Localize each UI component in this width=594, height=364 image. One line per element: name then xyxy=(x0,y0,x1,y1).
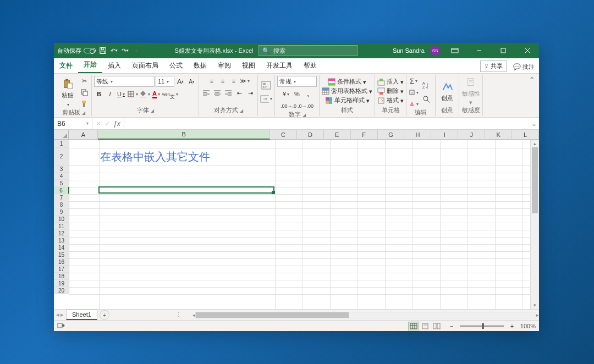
row-header[interactable]: 16 xyxy=(54,258,69,266)
row-header[interactable]: 2 xyxy=(54,148,69,166)
row-header[interactable]: 15 xyxy=(54,251,69,258)
column-header[interactable]: G xyxy=(378,130,405,140)
bold-button[interactable]: B xyxy=(94,89,104,99)
increase-indent-icon[interactable]: ⇥ xyxy=(245,88,255,98)
column-header[interactable]: B xyxy=(98,130,270,140)
grow-font-icon[interactable]: A▴ xyxy=(175,76,185,86)
tab-file[interactable]: 文件 xyxy=(54,58,78,73)
comments-button[interactable]: 💬批注 xyxy=(509,60,539,73)
align-launcher-icon[interactable]: ◢ xyxy=(240,108,243,113)
view-page-layout-icon[interactable] xyxy=(420,322,431,330)
redo-icon[interactable]: ↷▾ xyxy=(121,47,129,54)
shrink-font-icon[interactable]: A▾ xyxy=(186,76,196,86)
paste-button[interactable]: 粘贴 xyxy=(58,78,77,107)
fill-color-icon[interactable] xyxy=(139,89,150,99)
copy-icon[interactable] xyxy=(79,87,89,97)
row-header[interactable]: 14 xyxy=(54,244,69,251)
user-name[interactable]: Sun Sandra xyxy=(393,47,425,54)
zoom-level[interactable]: 100% xyxy=(520,323,536,329)
sheet-tab-1[interactable]: Sheet1 xyxy=(66,310,97,320)
select-all-corner[interactable] xyxy=(54,130,69,140)
row-header[interactable]: 10 xyxy=(54,216,69,223)
qat-more-icon[interactable] xyxy=(132,47,140,54)
row-header[interactable]: 8 xyxy=(54,201,69,208)
conditional-format-button[interactable]: 条件格式▾ xyxy=(328,78,366,86)
column-header[interactable]: H xyxy=(404,130,431,140)
wrap-text-icon[interactable]: abc↵ xyxy=(260,79,272,91)
row-header[interactable]: 5 xyxy=(54,180,69,187)
accounting-format-icon[interactable]: ¥ xyxy=(281,89,291,99)
column-header[interactable]: L xyxy=(512,130,539,140)
column-header[interactable]: K xyxy=(485,130,512,140)
collapse-ribbon-icon[interactable]: ⌃ xyxy=(527,75,537,116)
row-header[interactable]: 3 xyxy=(54,166,69,173)
row-header[interactable]: 11 xyxy=(54,223,69,230)
horizontal-scrollbar[interactable]: ◂ ▸ xyxy=(193,311,539,319)
enter-formula-icon[interactable]: ✓ xyxy=(105,120,110,128)
increase-decimal-icon[interactable]: .00→.0 xyxy=(280,101,296,111)
column-header[interactable]: C xyxy=(270,130,297,140)
record-macro-icon[interactable] xyxy=(57,322,65,330)
column-header[interactable]: J xyxy=(458,130,485,140)
format-cells-button[interactable]: 格式▾ xyxy=(377,97,404,104)
delete-cells-button[interactable]: 删除▾ xyxy=(377,87,404,95)
decrease-indent-icon[interactable]: ⇤ xyxy=(234,88,244,98)
name-box[interactable]: B6▾ xyxy=(54,118,92,129)
ribbon-display-icon[interactable] xyxy=(446,43,464,58)
cells-area[interactable]: 在表格中嵌入其它文件 xyxy=(69,140,530,309)
row-header[interactable]: 6 xyxy=(54,187,69,194)
row-header[interactable]: 4 xyxy=(54,173,69,180)
search-box[interactable]: 🔍 搜索 xyxy=(258,45,358,56)
italic-button[interactable]: I xyxy=(105,89,115,99)
align-left-icon[interactable] xyxy=(201,88,211,98)
format-as-table-button[interactable]: 套用表格格式▾ xyxy=(322,87,372,95)
align-right-icon[interactable] xyxy=(223,88,233,98)
orientation-icon[interactable]: ≫ xyxy=(240,76,250,86)
number-launcher-icon[interactable]: ◢ xyxy=(302,113,306,118)
row-header[interactable]: 17 xyxy=(54,266,69,273)
cut-icon[interactable]: ✂ xyxy=(79,76,89,86)
scroll-down-icon[interactable]: ▾ xyxy=(531,301,539,309)
tab-data[interactable]: 数据 xyxy=(188,58,212,73)
view-normal-icon[interactable] xyxy=(408,322,419,330)
column-header[interactable]: D xyxy=(297,130,324,140)
row-header[interactable]: 7 xyxy=(54,194,69,201)
ideas-button[interactable]: 创意 xyxy=(438,81,457,102)
scroll-right-icon[interactable]: ▸ xyxy=(536,311,539,319)
font-name-combo[interactable]: 等线▾ xyxy=(94,76,155,87)
view-page-break-icon[interactable] xyxy=(431,322,442,330)
minimize-button[interactable] xyxy=(470,43,488,58)
find-select-icon[interactable] xyxy=(421,93,433,106)
font-launcher-icon[interactable]: ◢ xyxy=(151,108,154,113)
zoom-out-icon[interactable]: − xyxy=(447,321,457,331)
tab-insert[interactable]: 插入 xyxy=(102,58,127,73)
font-size-combo[interactable]: 11▾ xyxy=(156,76,174,87)
autosum-icon[interactable]: Σ xyxy=(409,76,419,86)
tab-formulas[interactable]: 公式 xyxy=(164,58,188,73)
column-header[interactable]: I xyxy=(431,130,458,140)
zoom-in-icon[interactable]: + xyxy=(507,321,517,331)
insert-function-icon[interactable]: ƒx xyxy=(113,120,120,128)
number-format-combo[interactable]: 常规▾ xyxy=(277,76,317,87)
share-button[interactable]: ⇪共享 xyxy=(480,60,507,72)
percent-format-icon[interactable]: % xyxy=(292,89,302,99)
column-header[interactable]: E xyxy=(324,130,351,140)
sheet-nav-next-icon[interactable]: ▸ xyxy=(61,311,64,318)
maximize-button[interactable] xyxy=(494,43,513,58)
merge-cells-icon[interactable] xyxy=(260,93,272,105)
column-header[interactable]: A xyxy=(69,130,98,140)
fill-icon[interactable] xyxy=(409,87,419,97)
tab-review[interactable]: 审阅 xyxy=(212,58,237,73)
row-header[interactable]: 20 xyxy=(54,287,69,294)
column-header[interactable]: F xyxy=(351,130,378,140)
tab-developer[interactable]: 开发工具 xyxy=(261,58,298,73)
clipboard-launcher-icon[interactable]: ◢ xyxy=(82,111,85,115)
new-sheet-button[interactable]: + xyxy=(100,310,109,320)
row-header[interactable]: 9 xyxy=(54,208,69,216)
row-header[interactable]: 19 xyxy=(54,280,69,287)
phonetic-icon[interactable]: wén文 xyxy=(162,89,178,99)
align-top-icon[interactable]: ≡ xyxy=(207,76,217,86)
format-painter-icon[interactable] xyxy=(79,99,89,109)
comma-format-icon[interactable]: , xyxy=(303,89,313,99)
tab-view[interactable]: 视图 xyxy=(237,58,261,73)
